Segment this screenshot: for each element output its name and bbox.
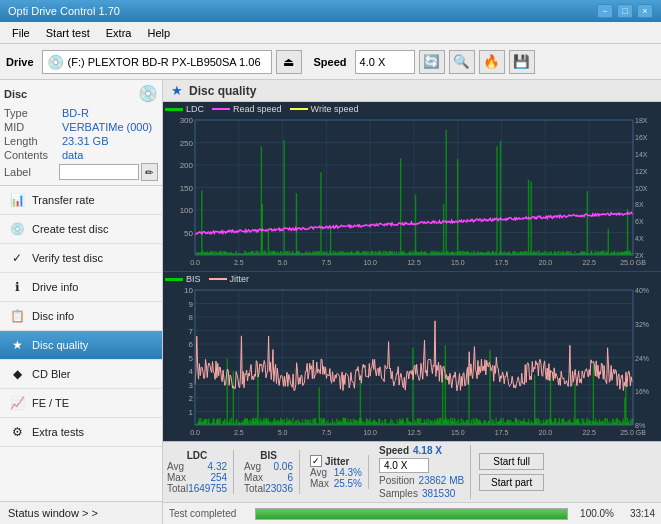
jitter-col: ✓ Jitter Avg 14.3% Max 25.5% (304, 455, 369, 489)
refresh-button[interactable]: 🔄 (419, 50, 445, 74)
stats-row: LDC Avg 4.32 Max 254 Total 1649755 (167, 445, 657, 499)
nav-disc-info-label: Disc info (32, 310, 74, 322)
drive-icon: 💿 (47, 54, 64, 70)
disc-panel: Disc 💿 Type BD-R MID VERBATIMe (000) Len… (0, 80, 162, 186)
bis-avg: 0.06 (274, 461, 293, 472)
disc-title: Disc (4, 88, 27, 100)
start-full-button[interactable]: Start full (479, 453, 544, 470)
ldc-avg: 4.32 (208, 461, 227, 472)
progress-track (255, 508, 568, 520)
nav-cd-bler[interactable]: ◆ CD Bler (0, 360, 162, 389)
total-label2: Total (244, 483, 265, 494)
drive-info-icon: ℹ (8, 278, 26, 296)
disc-label-label: Label (4, 166, 59, 178)
disc-contents-label: Contents (4, 149, 62, 161)
speed-section: Speed 4.0 X (314, 50, 415, 74)
bis-col-header: BIS (244, 450, 293, 461)
avg-label2: Avg (244, 461, 261, 472)
jitter-legend-label: Jitter (230, 274, 250, 284)
disc-header: Disc 💿 (4, 84, 158, 103)
nav-verify-test-disc[interactable]: ✓ Verify test disc (0, 244, 162, 273)
samples-label: Samples (379, 488, 418, 499)
ldc-legend-color (165, 108, 183, 111)
ldc-col-header: LDC (167, 450, 227, 461)
start-part-button[interactable]: Start part (479, 474, 544, 491)
nav-extra-tests-label: Extra tests (32, 426, 84, 438)
title-bar: Opti Drive Control 1.70 − □ × (0, 0, 661, 22)
minimize-button[interactable]: − (597, 4, 613, 18)
drive-name: (F:) PLEXTOR BD-R PX-LB950SA 1.06 (68, 56, 261, 68)
drive-select[interactable]: 💿 (F:) PLEXTOR BD-R PX-LB950SA 1.06 (42, 50, 272, 74)
jitter-legend-color (209, 278, 227, 280)
nav-cd-bler-label: CD Bler (32, 368, 71, 380)
nav-transfer-rate[interactable]: 📊 Transfer rate (0, 186, 162, 215)
menu-start-test[interactable]: Start test (38, 25, 98, 41)
main-panel: ★ Disc quality LDC Read speed (163, 80, 661, 524)
disc-type-label: Type (4, 107, 62, 119)
status-window-button[interactable]: Status window > > (0, 501, 162, 524)
position-val: 23862 MB (419, 475, 465, 486)
jitter-checkbox[interactable]: ✓ (310, 455, 322, 467)
drive-label: Drive (6, 56, 34, 68)
speed-col-header: Speed (379, 445, 409, 456)
nav-disc-quality[interactable]: ★ Disc quality (0, 331, 162, 360)
bis-legend-color (165, 278, 183, 281)
ldc-col: LDC Avg 4.32 Max 254 Total 1649755 (167, 450, 234, 494)
disc-label-edit-button[interactable]: ✏ (141, 163, 158, 181)
bis-total: 23036 (265, 483, 293, 494)
disc-mid-label: MID (4, 121, 62, 133)
burn-button[interactable]: 🔥 (479, 50, 505, 74)
status-window-label: Status window > > (8, 507, 98, 519)
nav-fe-te-label: FE / TE (32, 397, 69, 409)
save-button[interactable]: 💾 (509, 50, 535, 74)
close-button[interactable]: × (637, 4, 653, 18)
menu-extra[interactable]: Extra (98, 25, 140, 41)
menu-bar: File Start test Extra Help (0, 22, 661, 44)
progress-percent: 100.0% (574, 508, 614, 519)
bottom-chart-legend: BIS Jitter (165, 274, 249, 284)
menu-help[interactable]: Help (139, 25, 178, 41)
chart-header-icon: ★ (171, 83, 183, 98)
eject-button[interactable]: ⏏ (276, 50, 302, 74)
nav-fe-te[interactable]: 📈 FE / TE (0, 389, 162, 418)
max-label3: Max (310, 478, 329, 489)
window-controls: − □ × (597, 4, 653, 18)
disc-icon: 💿 (138, 84, 158, 103)
nav-drive-info[interactable]: ℹ Drive info (0, 273, 162, 302)
speed-dropdown[interactable]: 4.0 X (379, 458, 429, 473)
disc-type-row: Type BD-R (4, 107, 158, 119)
progress-label: Test completed (169, 508, 249, 519)
progress-bar-container: Test completed 100.0% 33:14 (163, 502, 661, 524)
verify-test-disc-icon: ✓ (8, 249, 26, 267)
window-title: Opti Drive Control 1.70 (8, 5, 120, 17)
scan-button[interactable]: 🔍 (449, 50, 475, 74)
max-label1: Max (167, 472, 186, 483)
bis-max: 6 (287, 472, 293, 483)
ldc-total: 1649755 (188, 483, 227, 494)
progress-time: 33:14 (620, 508, 655, 519)
disc-mid-value: VERBATIMe (000) (62, 121, 152, 133)
disc-contents-value: data (62, 149, 83, 161)
menu-file[interactable]: File (4, 25, 38, 41)
speed-select[interactable]: 4.0 X (355, 50, 415, 74)
nav-create-test-disc[interactable]: 💿 Create test disc (0, 215, 162, 244)
bis-legend-label: BIS (186, 274, 201, 284)
maximize-button[interactable]: □ (617, 4, 633, 18)
chart-header-title: Disc quality (189, 84, 256, 98)
main-content: Disc 💿 Type BD-R MID VERBATIMe (000) Len… (0, 80, 661, 524)
nav-disc-quality-label: Disc quality (32, 339, 88, 351)
disc-type-value: BD-R (62, 107, 89, 119)
read-speed-legend-color (212, 108, 230, 110)
speed-label: Speed (314, 56, 347, 68)
jitter-col-header: Jitter (325, 456, 349, 467)
write-speed-legend: Write speed (290, 104, 359, 114)
disc-label-input[interactable] (59, 164, 139, 180)
avg-label3: Avg (310, 467, 327, 478)
write-speed-legend-color (290, 108, 308, 110)
nav-create-test-disc-label: Create test disc (32, 223, 108, 235)
disc-length-row: Length 23.31 GB (4, 135, 158, 147)
write-speed-legend-label: Write speed (311, 104, 359, 114)
avg-label: Avg (167, 461, 184, 472)
nav-extra-tests[interactable]: ⚙ Extra tests (0, 418, 162, 447)
nav-disc-info[interactable]: 📋 Disc info (0, 302, 162, 331)
